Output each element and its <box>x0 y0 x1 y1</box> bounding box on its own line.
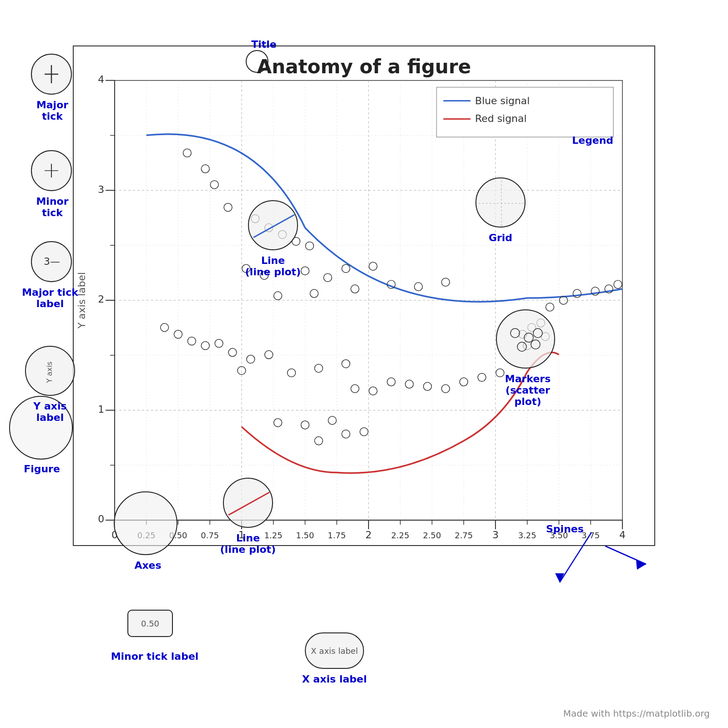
chart-svg: 0 0.25 0.50 0.75 1 1.25 1.50 1.75 2 2.25… <box>74 46 654 545</box>
svg-point-150 <box>511 329 520 338</box>
svg-text:4: 4 <box>98 74 104 85</box>
major-tick-label-text: Major tick label <box>14 287 86 309</box>
svg-text:2.25: 2.25 <box>391 531 410 540</box>
minor-tick-label-text: Minor tick label <box>109 651 200 662</box>
y-axis-label-text: Y axis label <box>18 400 82 423</box>
major-tick-label: Major tick <box>25 99 80 122</box>
figure-label: Figure <box>10 463 74 475</box>
line-plot-label-blue: Line(line plot) <box>243 255 303 278</box>
svg-line-156 <box>560 532 592 582</box>
grid-label: Grid <box>482 232 519 243</box>
grid-circle <box>475 177 526 228</box>
svg-text:3.25: 3.25 <box>518 531 536 540</box>
svg-text:Y axis: Y axis <box>45 362 54 384</box>
svg-line-158 <box>605 546 646 564</box>
title-annotation-label: Title <box>241 39 287 50</box>
svg-line-155 <box>228 492 269 515</box>
svg-text:2.50: 2.50 <box>423 531 441 540</box>
minor-tick-label-circle: 0.50 <box>127 610 173 637</box>
svg-text:Blue signal: Blue signal <box>475 95 530 106</box>
svg-point-152 <box>517 342 526 351</box>
markers-label: Markers(scatter plot) <box>491 373 564 407</box>
x-axis-label-text: X axis label <box>300 673 369 685</box>
axes-circle <box>114 491 177 555</box>
spines-arrow <box>537 519 651 610</box>
title-annotation-circle <box>246 50 268 73</box>
svg-text:2.75: 2.75 <box>455 531 473 540</box>
svg-text:1: 1 <box>98 404 104 415</box>
svg-text:1.75: 1.75 <box>328 531 346 540</box>
y-axis-label-circle: Y axis <box>25 346 75 396</box>
svg-point-154 <box>533 329 542 338</box>
svg-text:3: 3 <box>492 529 499 541</box>
minor-tick-circle <box>31 150 72 191</box>
line-plot-label-red: Line(line plot) <box>216 532 280 555</box>
svg-text:1.50: 1.50 <box>296 531 314 540</box>
line-plot-circle-blue <box>248 200 298 250</box>
svg-text:Red signal: Red signal <box>475 113 526 124</box>
svg-point-153 <box>531 340 540 349</box>
main-container: Figure Anatomy of a figure <box>0 0 728 728</box>
x-axis-label-circle: X axis label <box>305 632 364 669</box>
svg-line-147 <box>253 215 294 238</box>
major-tick-label-circle: 3— <box>31 241 72 282</box>
footer: Made with https://matplotlib.org <box>563 708 710 719</box>
major-tick-circle <box>31 54 72 95</box>
axes-label: Axes <box>125 560 171 571</box>
minor-tick-text-label: Minor tick <box>25 196 80 218</box>
svg-point-151 <box>524 333 533 342</box>
svg-text:2: 2 <box>98 293 104 305</box>
svg-text:3: 3 <box>98 184 104 195</box>
svg-text:Legend: Legend <box>572 135 613 146</box>
line-plot-circle-red <box>223 478 273 528</box>
chart-area: Anatomy of a figure <box>73 46 655 546</box>
svg-text:0: 0 <box>98 513 104 525</box>
svg-text:3—: 3— <box>44 256 60 267</box>
svg-text:2: 2 <box>365 529 372 541</box>
markers-circle <box>496 309 555 369</box>
